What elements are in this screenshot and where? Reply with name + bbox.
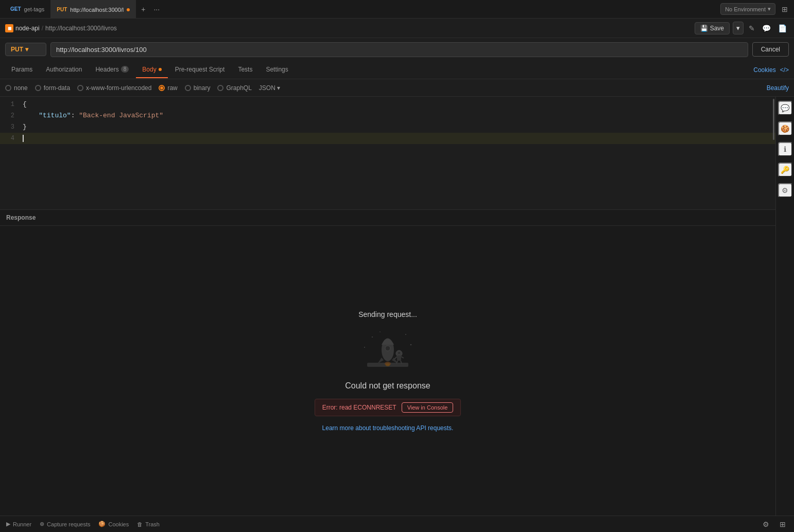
view-in-console-button[interactable]: View in Console xyxy=(402,402,454,413)
tab-put-livros[interactable]: PUT http://localhost:3000/l xyxy=(50,0,136,18)
option-raw[interactable]: raw xyxy=(159,84,177,92)
body-options: none form-data x-www-form-urlencoded raw… xyxy=(0,79,794,97)
svg-point-14 xyxy=(364,347,365,348)
capture-item[interactable]: ⊕ Capture requests xyxy=(40,521,90,527)
learn-more-link[interactable]: Learn more about troubleshooting API req… xyxy=(322,424,454,432)
svg-rect-6 xyxy=(397,356,401,361)
code-link[interactable]: </> xyxy=(780,66,789,74)
info-icon[interactable]: ℹ xyxy=(778,142,792,156)
tab-pre-request[interactable]: Pre-request Script xyxy=(169,62,231,78)
json-chevron-icon: ▾ xyxy=(277,84,280,92)
cookie-icon[interactable]: 🍪 xyxy=(778,121,792,136)
comment-icon[interactable]: 💬 xyxy=(760,22,773,34)
option-graphql[interactable]: GraphQL xyxy=(217,84,251,92)
option-url-encoded[interactable]: x-www-form-urlencoded xyxy=(77,84,151,92)
radio-none xyxy=(5,85,11,91)
graphql-label: GraphQL xyxy=(226,84,251,92)
tabs-right-links: Cookies </> xyxy=(753,66,789,74)
code-line-4: 4 xyxy=(0,133,775,144)
main-area: 1 { 2 "titulo": "Back-end JavaScript" 3 … xyxy=(0,97,794,516)
trash-item[interactable]: 🗑 Trash xyxy=(137,521,160,527)
environment-selector[interactable]: No Environment ▾ xyxy=(720,3,775,15)
json-label: JSON xyxy=(259,84,275,92)
option-form-data[interactable]: form-data xyxy=(35,84,70,92)
tab-tests[interactable]: Tests xyxy=(232,62,258,78)
option-none[interactable]: none xyxy=(5,84,28,92)
runner-icon: ▶ xyxy=(6,521,10,527)
chevron-down-icon: ▾ xyxy=(768,6,771,12)
svg-point-12 xyxy=(372,336,373,338)
code-editor[interactable]: 1 { 2 "titulo": "Back-end JavaScript" 3 … xyxy=(0,97,775,210)
response-body: Sending request... xyxy=(0,226,775,516)
error-code-text: Error: read ECONNRESET xyxy=(322,404,396,411)
bottom-grid-icon[interactable]: ⊞ xyxy=(778,518,788,530)
tab-headers[interactable]: Headers 8 xyxy=(89,62,135,78)
response-area: Response Sending request... xyxy=(0,210,775,516)
option-binary[interactable]: binary xyxy=(185,84,211,92)
tab-bar: GET get-tags PUT http://localhost:3000/l… xyxy=(0,0,794,19)
response-header: Response xyxy=(0,210,775,226)
tab2-label: http://localhost:3000/l xyxy=(70,7,124,13)
capture-icon: ⊕ xyxy=(40,521,44,527)
trash-label: Trash xyxy=(145,521,160,527)
save-icon: 💾 xyxy=(700,25,708,32)
chat-icon[interactable]: 💬 xyxy=(778,101,792,115)
add-tab-button[interactable]: + xyxy=(138,3,148,15)
request-tabs-row: Params Authorization Headers 8 Body Pre-… xyxy=(0,61,794,79)
error-bar: Error: read ECONNRESET View in Console xyxy=(315,399,461,416)
rocket-illustration xyxy=(357,327,419,373)
bottom-settings-icon[interactable]: ⚙ xyxy=(761,518,771,530)
doc-icon[interactable]: 📄 xyxy=(776,22,789,34)
method-select[interactable]: PUT ▾ xyxy=(5,43,46,56)
form-data-label: form-data xyxy=(44,84,70,92)
url-input[interactable] xyxy=(50,42,748,57)
address-bar-row: ◼ node-api / http://localhost:3000/livro… xyxy=(0,19,794,38)
raw-label: raw xyxy=(167,84,177,92)
tab-authorization[interactable]: Authorization xyxy=(40,62,88,78)
headers-count-badge: 8 xyxy=(121,66,129,73)
tab-body[interactable]: Body xyxy=(136,62,167,78)
body-dot xyxy=(159,68,162,71)
method-badge-get: GET xyxy=(10,6,21,12)
tab-params[interactable]: Params xyxy=(5,62,39,78)
method-badge-put: PUT xyxy=(57,7,67,12)
cookies-item[interactable]: 🍪 Cookies xyxy=(98,521,129,527)
radio-url-encoded xyxy=(77,85,83,91)
method-chevron-icon: ▾ xyxy=(25,46,28,53)
cancel-button[interactable]: Cancel xyxy=(752,42,789,57)
tab1-label: get-tags xyxy=(24,6,45,12)
content-area: 1 { 2 "titulo": "Back-end JavaScript" 3 … xyxy=(0,97,775,516)
env-label: No Environment xyxy=(725,6,766,12)
save-button[interactable]: 💾 Save xyxy=(695,22,730,34)
tab-get-tags[interactable]: GET get-tags xyxy=(4,0,50,18)
breadcrumb: ◼ node-api / http://localhost:3000/livro… xyxy=(5,24,117,32)
radio-form-data xyxy=(35,85,41,91)
bottom-bar: ▶ Runner ⊕ Capture requests 🍪 Cookies 🗑 … xyxy=(0,516,794,532)
radio-graphql xyxy=(217,85,223,91)
capture-label: Capture requests xyxy=(47,521,90,527)
request-row: PUT ▾ Cancel xyxy=(0,38,794,61)
sending-text: Sending request... xyxy=(358,310,417,318)
settings-icon[interactable]: ⚙ xyxy=(778,183,792,198)
tab-settings[interactable]: Settings xyxy=(260,62,294,78)
more-tabs-button[interactable]: ··· xyxy=(150,3,163,15)
json-type-select[interactable]: JSON ▾ xyxy=(259,84,280,92)
response-error-title: Could not get response xyxy=(345,381,430,391)
save-dropdown-button[interactable]: ▾ xyxy=(733,22,744,34)
svg-point-4 xyxy=(386,363,390,366)
edit-icon[interactable]: ✎ xyxy=(747,22,757,34)
selected-method: PUT xyxy=(11,46,23,53)
svg-point-16 xyxy=(379,331,381,332)
beautify-button[interactable]: Beautify xyxy=(767,84,789,92)
svg-point-15 xyxy=(410,344,411,345)
grid-icon[interactable]: ⊞ xyxy=(780,3,790,15)
svg-point-13 xyxy=(405,334,406,335)
workspace-label[interactable]: node-api xyxy=(15,25,40,32)
code-line-1: 1 { xyxy=(0,99,775,110)
radio-binary xyxy=(185,85,191,91)
tab-actions: + ··· xyxy=(138,3,163,15)
runner-item[interactable]: ▶ Runner xyxy=(6,521,31,527)
code-line-3: 3 } xyxy=(0,121,775,133)
key-icon[interactable]: 🔑 xyxy=(778,163,792,177)
cookies-link[interactable]: Cookies xyxy=(753,66,775,74)
